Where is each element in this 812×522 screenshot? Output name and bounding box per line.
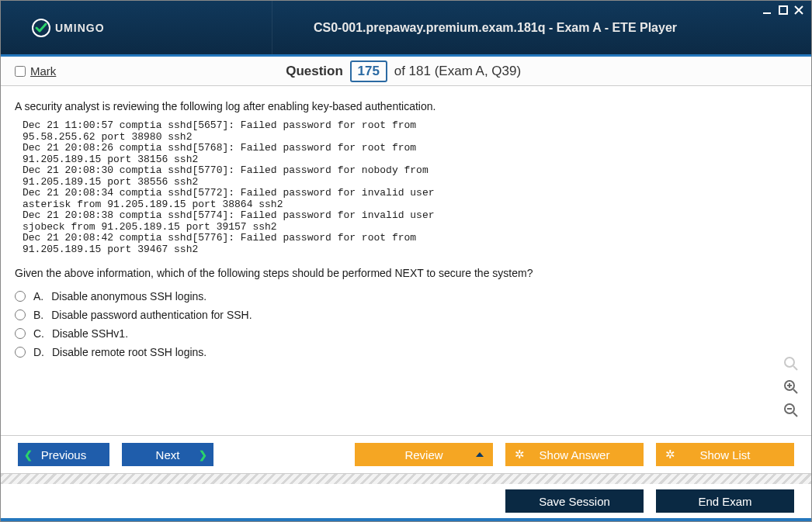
zoom-controls [782, 354, 800, 420]
answer-letter: B. [33, 309, 43, 321]
show-list-button[interactable]: ✲ Show List [656, 443, 794, 466]
question-number-box: 175 [350, 60, 387, 82]
answer-letter: C. [33, 327, 44, 340]
brand-logo: UMINGO [1, 1, 272, 54]
brand-text: UMINGO [55, 22, 105, 34]
app-window: UMINGO CS0-001.prepaway.premium.exam.181… [0, 0, 812, 522]
save-session-button[interactable]: Save Session [505, 489, 644, 513]
answer-option[interactable]: A. Disable anonymous SSH logins. [15, 290, 797, 302]
question-word: Question [286, 64, 343, 78]
answer-radio[interactable] [15, 291, 26, 302]
gear-icon: ✲ [665, 448, 675, 462]
svg-line-10 [793, 413, 797, 417]
end-exam-label: End Exam [698, 495, 751, 508]
question-content: A security analyst is reviewing the foll… [1, 86, 811, 435]
gear-icon: ✲ [515, 448, 525, 462]
chevron-right-icon: ❯ [199, 449, 207, 461]
search-button[interactable] [782, 354, 800, 373]
answer-option[interactable]: D. Disable remote root SSH logins. [15, 346, 797, 358]
show-list-label: Show List [699, 448, 750, 462]
minimize-icon [763, 5, 772, 15]
svg-line-6 [793, 389, 797, 393]
footer-row-session: Save Session End Exam [1, 484, 811, 518]
next-label: Next [156, 448, 180, 462]
end-exam-button[interactable]: End Exam [656, 489, 794, 513]
answer-option[interactable]: C. Disable SSHv1. [15, 327, 797, 340]
mark-checkbox[interactable] [15, 66, 26, 77]
zoom-in-button[interactable] [782, 378, 800, 396]
question-title: Question 175 of 181 (Exam A, Q39) [56, 60, 751, 82]
footer-accent [1, 518, 811, 521]
answer-text: Disable anonymous SSH logins. [51, 290, 206, 302]
answer-letter: A. [33, 290, 43, 302]
answer-radio[interactable] [15, 328, 26, 339]
answer-text: Disable remote root SSH logins. [52, 346, 206, 358]
previous-label: Previous [41, 448, 86, 462]
minimize-button[interactable] [762, 4, 774, 16]
review-button[interactable]: Review [355, 443, 493, 466]
log-block: Dec 21 11:00:57 comptia sshd[5657]: Fail… [23, 120, 797, 256]
mark-checkbox-wrap[interactable]: Mark [15, 64, 56, 78]
checkmark-icon [32, 19, 50, 37]
question-prompt: Given the above information, which of th… [15, 267, 797, 279]
maximize-icon [779, 5, 788, 15]
window-title: CS0-001.prepaway.premium.exam.181q - Exa… [272, 21, 811, 35]
next-button[interactable]: Next ❯ [122, 443, 213, 466]
review-label: Review [404, 448, 442, 462]
footer-row-nav: ❮ Previous Next ❯ Review ✲ Show Answer ✲… [1, 436, 811, 473]
answer-radio[interactable] [15, 309, 26, 320]
title-bar: UMINGO CS0-001.prepaway.premium.exam.181… [1, 1, 811, 57]
answer-text: Disable password authentication for SSH. [51, 309, 252, 321]
svg-point-3 [785, 358, 794, 367]
svg-line-4 [793, 366, 797, 370]
search-icon [783, 356, 799, 372]
answer-letter: D. [33, 346, 44, 358]
question-of-text: of 181 (Exam A, Q39) [394, 64, 521, 78]
triangle-up-icon [476, 452, 484, 457]
show-answer-label: Show Answer [540, 448, 610, 462]
svg-rect-1 [763, 12, 771, 14]
answer-list: A. Disable anonymous SSH logins. B. Disa… [15, 290, 797, 358]
maximize-button[interactable] [777, 4, 789, 16]
svg-rect-2 [779, 6, 787, 14]
close-button[interactable] [793, 4, 805, 16]
question-intro: A security analyst is reviewing the foll… [15, 100, 797, 112]
zoom-out-icon [783, 403, 799, 418]
window-controls [762, 4, 805, 16]
question-header-row: Mark Question 175 of 181 (Exam A, Q39) [1, 57, 811, 86]
zoom-in-icon [783, 379, 799, 395]
answer-option[interactable]: B. Disable password authentication for S… [15, 309, 797, 321]
show-answer-button[interactable]: ✲ Show Answer [505, 443, 644, 466]
close-icon [794, 5, 803, 15]
divider-hatch [1, 473, 811, 484]
previous-button[interactable]: ❮ Previous [18, 443, 109, 466]
answer-radio[interactable] [15, 347, 26, 358]
save-session-label: Save Session [539, 495, 610, 508]
footer: ❮ Previous Next ❯ Review ✲ Show Answer ✲… [1, 435, 811, 521]
zoom-out-button[interactable] [782, 401, 800, 420]
answer-text: Disable SSHv1. [52, 327, 128, 340]
chevron-left-icon: ❮ [24, 449, 33, 461]
mark-label[interactable]: Mark [30, 64, 56, 78]
